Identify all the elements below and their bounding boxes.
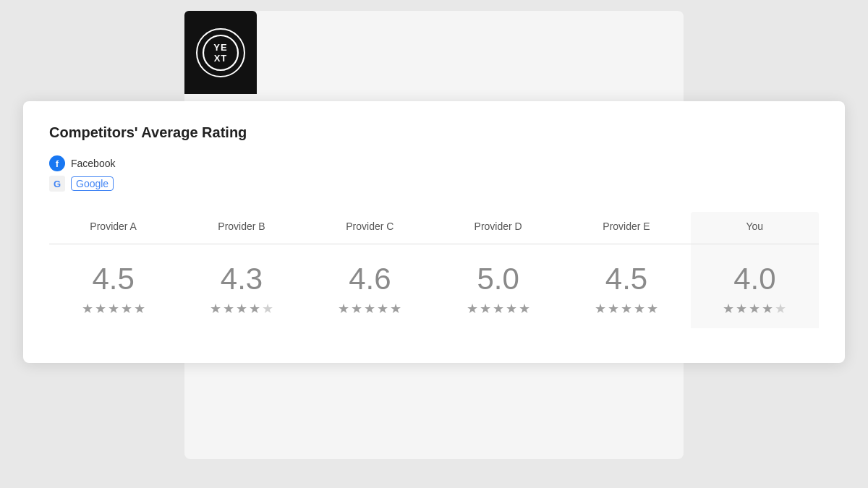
star-1: ★ [210, 301, 221, 317]
cell-you: 4.0 ★ ★ ★ ★ ★ [691, 244, 819, 329]
stars-you: ★ ★ ★ ★ ★ [702, 301, 807, 317]
star-5: ★ [262, 301, 273, 317]
star-2: ★ [480, 301, 491, 317]
header-provider-e: Provider E [562, 212, 690, 244]
stars-provider-a: ★ ★ ★ ★ ★ [61, 301, 166, 317]
providers-table: Provider A Provider B Provider C Provide… [49, 212, 819, 328]
star-4: ★ [249, 301, 260, 317]
star-5: ★ [519, 301, 530, 317]
cell-provider-c: 4.6 ★ ★ ★ ★ ★ [306, 244, 434, 329]
yext-logo-text: YE XT [196, 28, 245, 77]
google-icon: G [49, 176, 65, 192]
header-provider-a: Provider A [49, 212, 177, 244]
rating-provider-b: 4.3 [189, 262, 294, 296]
star-3: ★ [749, 301, 760, 317]
table-header-row: Provider A Provider B Provider C Provide… [49, 212, 819, 244]
cell-provider-e: 4.5 ★ ★ ★ ★ ★ [562, 244, 690, 329]
star-4: ★ [634, 301, 645, 317]
star-3: ★ [236, 301, 247, 317]
star-4: ★ [506, 301, 517, 317]
card-title: Competitors' Average Rating [49, 124, 819, 141]
header-provider-b: Provider B [177, 212, 305, 244]
stars-provider-c: ★ ★ ★ ★ ★ [318, 301, 422, 317]
star-4: ★ [121, 301, 132, 317]
star-3: ★ [108, 301, 119, 317]
star-5: ★ [134, 301, 145, 317]
star-5: ★ [647, 301, 658, 317]
svg-text:XT: XT [214, 53, 228, 64]
rating-provider-d: 5.0 [446, 262, 550, 296]
star-4: ★ [762, 301, 773, 317]
star-2: ★ [736, 301, 747, 317]
cell-provider-a: 4.5 ★ ★ ★ ★ ★ [49, 244, 177, 329]
rating-provider-e: 4.5 [574, 262, 678, 296]
star-2: ★ [95, 301, 106, 317]
star-2: ★ [608, 301, 619, 317]
star-3: ★ [364, 301, 375, 317]
header-you: You [691, 212, 819, 244]
star-5: ★ [775, 301, 786, 317]
star-2: ★ [351, 301, 362, 317]
rating-provider-c: 4.6 [318, 262, 422, 296]
star-1: ★ [595, 301, 606, 317]
star-2: ★ [223, 301, 234, 317]
stars-provider-d: ★ ★ ★ ★ ★ [446, 301, 550, 317]
star-1: ★ [467, 301, 478, 317]
ratings-row: 4.5 ★ ★ ★ ★ ★ 4.3 ★ ★ ★ [49, 244, 819, 329]
yext-logo: YE XT [184, 11, 257, 94]
cell-provider-d: 5.0 ★ ★ ★ ★ ★ [434, 244, 562, 329]
filter-facebook[interactable]: f Facebook [49, 155, 819, 171]
main-card: Competitors' Average Rating f Facebook G… [23, 101, 845, 363]
filter-google[interactable]: G Google [49, 176, 819, 192]
stars-provider-e: ★ ★ ★ ★ ★ [574, 301, 678, 317]
header-provider-d: Provider D [434, 212, 562, 244]
star-4: ★ [377, 301, 388, 317]
star-1: ★ [338, 301, 349, 317]
star-3: ★ [621, 301, 632, 317]
cell-provider-b: 4.3 ★ ★ ★ ★ ★ [177, 244, 305, 329]
header-provider-c: Provider C [306, 212, 434, 244]
filters-container: f Facebook G Google [49, 155, 819, 192]
facebook-label: Facebook [71, 158, 115, 169]
stars-provider-b: ★ ★ ★ ★ ★ [189, 301, 294, 317]
star-1: ★ [82, 301, 93, 317]
rating-you: 4.0 [702, 262, 807, 296]
rating-provider-a: 4.5 [61, 262, 166, 296]
star-1: ★ [723, 301, 734, 317]
star-3: ★ [493, 301, 504, 317]
facebook-icon: f [49, 155, 65, 171]
svg-text:YE: YE [213, 42, 227, 53]
google-label: Google [71, 176, 114, 191]
star-5: ★ [390, 301, 401, 317]
